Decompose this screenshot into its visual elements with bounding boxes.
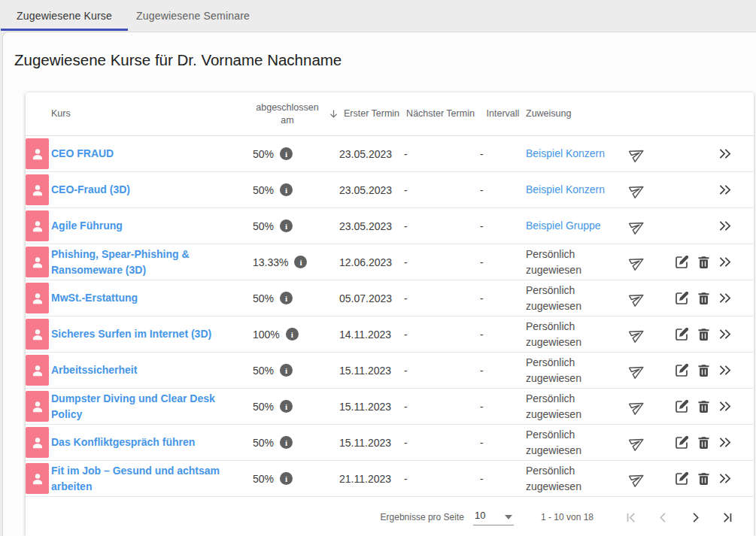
- info-icon[interactable]: i: [280, 292, 293, 304]
- course-cell: Das Konfliktgespräch führen: [51, 435, 253, 450]
- send-button[interactable]: [629, 289, 646, 307]
- course-link[interactable]: Das Konfliktgespräch führen: [51, 435, 195, 450]
- delete-button[interactable]: [696, 290, 712, 307]
- info-icon[interactable]: i: [294, 256, 307, 268]
- edit-button[interactable]: [673, 289, 691, 307]
- delete-button[interactable]: [696, 398, 712, 415]
- delete-button[interactable]: [696, 326, 712, 343]
- avatar-box: [26, 174, 49, 205]
- info-icon[interactable]: i: [280, 183, 293, 196]
- header-naechster-termin[interactable]: Nächster Termin: [404, 108, 477, 120]
- send-button[interactable]: [629, 253, 646, 271]
- send-button[interactable]: [629, 434, 646, 451]
- page-size-select[interactable]: 10: [473, 510, 514, 525]
- course-link[interactable]: CEO-Fraud (3D): [51, 182, 130, 198]
- details-button[interactable]: [717, 254, 733, 270]
- details-button[interactable]: [717, 218, 733, 234]
- send-button[interactable]: [629, 362, 646, 379]
- course-cell: CEO-Fraud (3D): [51, 182, 253, 198]
- header-zuweisung[interactable]: Zuweisung: [526, 106, 627, 122]
- zuweisung-cell: Persönlich zugewiesen: [526, 247, 627, 278]
- send-button[interactable]: [629, 398, 646, 415]
- course-link[interactable]: Sicheres Surfen im Internet (3D): [51, 326, 211, 342]
- details-button[interactable]: [717, 146, 733, 162]
- actions-cell: [627, 470, 754, 488]
- info-icon[interactable]: i: [280, 400, 293, 413]
- send-button[interactable]: [629, 181, 646, 198]
- tab-zugewiesene-kurse[interactable]: Zugewiesene Kurse: [0, 0, 129, 32]
- avatar: [26, 316, 51, 352]
- course-link[interactable]: Arbeitssicherheit: [51, 362, 137, 378]
- paper-plane-icon: [626, 214, 649, 238]
- actions-cell: [627, 289, 754, 307]
- course-link[interactable]: Fit im Job – Gesund und achtsam arbeiten: [51, 463, 242, 495]
- delete-button[interactable]: [696, 435, 712, 451]
- header-erster-termin[interactable]: Erster Termin: [339, 108, 404, 120]
- send-button[interactable]: [629, 470, 646, 487]
- course-link[interactable]: Dumpster Diving und Clear Desk Policy: [51, 391, 242, 422]
- send-button[interactable]: [629, 217, 646, 235]
- details-button[interactable]: [717, 435, 733, 450]
- send-button[interactable]: [629, 145, 646, 162]
- intervall-cell: -: [477, 184, 526, 196]
- info-icon[interactable]: i: [280, 472, 293, 485]
- first-page-button[interactable]: [624, 510, 638, 525]
- progress-cell: 50% i: [253, 472, 339, 485]
- details-button[interactable]: [717, 290, 733, 306]
- details-button[interactable]: [717, 398, 733, 414]
- trash-icon: [696, 326, 712, 343]
- progress-value: 13.33%: [253, 256, 288, 268]
- zuweisung-cell: Persönlich zugewiesen: [526, 463, 627, 495]
- row-action-group: [673, 434, 733, 452]
- details-button[interactable]: [717, 471, 733, 486]
- course-link[interactable]: Phishing, Spear-Phishing & Ransomeware (…: [51, 247, 242, 278]
- info-icon[interactable]: i: [280, 364, 293, 377]
- edit-button[interactable]: [673, 398, 691, 416]
- delete-button[interactable]: [696, 254, 712, 271]
- erster-termin-cell: 21.11.2023: [339, 473, 404, 485]
- info-icon[interactable]: i: [280, 436, 293, 449]
- zuweisung-cell: Persönlich zugewiesen: [526, 319, 627, 350]
- info-icon[interactable]: i: [286, 328, 299, 341]
- row-action-group: [673, 253, 733, 271]
- edit-button[interactable]: [673, 470, 691, 488]
- delete-button[interactable]: [696, 362, 712, 379]
- actions-cell: [627, 362, 754, 380]
- avatar-box: [26, 247, 49, 277]
- zuweisung-value[interactable]: Beispiel Konzern: [526, 147, 605, 159]
- previous-page-button[interactable]: [656, 510, 670, 525]
- details-button[interactable]: [717, 326, 733, 342]
- send-button[interactable]: [629, 326, 646, 343]
- results-per-page-label: Ergebnisse pro Seite: [381, 512, 464, 522]
- header-avatar-spacer: [26, 92, 51, 135]
- edit-button[interactable]: [673, 253, 691, 271]
- zuweisung-value[interactable]: Beispiel Konzern: [526, 183, 605, 195]
- edit-button[interactable]: [673, 434, 691, 452]
- edit-button[interactable]: [673, 362, 691, 380]
- edit-button[interactable]: [673, 326, 691, 344]
- course-link[interactable]: Agile Führung: [51, 218, 123, 234]
- row-action-group: [673, 289, 733, 307]
- course-link[interactable]: CEO FRAUD: [51, 146, 114, 162]
- header-intervall[interactable]: Intervall: [477, 108, 526, 120]
- zuweisung-value[interactable]: Beispiel Gruppe: [526, 220, 601, 232]
- info-icon[interactable]: i: [280, 220, 293, 232]
- caret-down-icon: [505, 515, 512, 519]
- details-button[interactable]: [717, 182, 733, 198]
- zuweisung-value: Persönlich zugewiesen: [526, 284, 581, 312]
- next-page-button[interactable]: [688, 510, 703, 525]
- zuweisung-value: Persönlich zugewiesen: [526, 392, 581, 420]
- header-kurs[interactable]: Kurs: [51, 108, 253, 120]
- details-button[interactable]: [717, 362, 733, 378]
- header-abgeschlossen-am[interactable]: abgeschlossen am: [253, 101, 339, 127]
- last-page-button[interactable]: [721, 510, 735, 525]
- course-link[interactable]: MwSt.-Erstattung: [51, 290, 138, 306]
- progress-value: 100%: [253, 329, 280, 341]
- info-icon[interactable]: i: [280, 147, 293, 160]
- delete-button[interactable]: [696, 471, 712, 487]
- erster-termin-cell: 15.11.2023: [339, 401, 404, 413]
- erster-termin-cell: 14.11.2023: [339, 329, 404, 341]
- sort-arrow-down-icon[interactable]: [328, 108, 339, 120]
- tab-zugewiesene-seminare[interactable]: Zugewiesene Seminare: [129, 0, 257, 32]
- progress-cell: 50% i: [253, 292, 339, 304]
